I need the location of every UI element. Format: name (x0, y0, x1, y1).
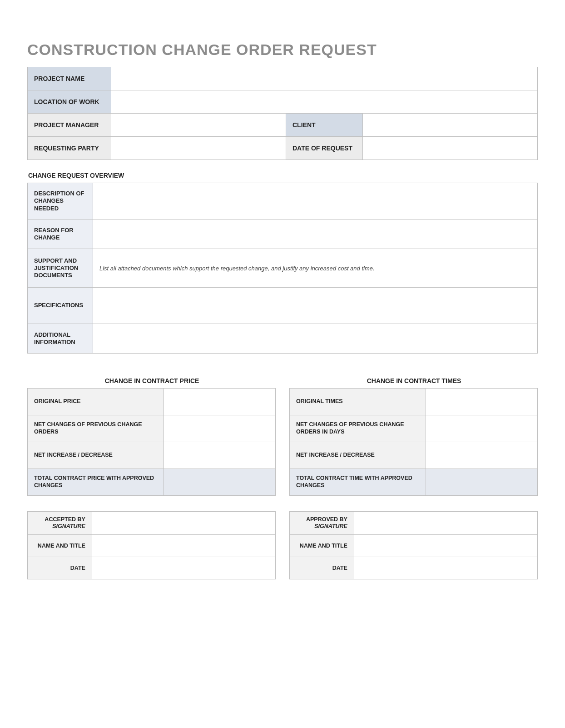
date-of-request-field[interactable] (363, 137, 538, 160)
price-net-inc-field[interactable] (164, 442, 276, 469)
accepted-by-field[interactable] (92, 512, 275, 535)
approved-by-text: APPROVED BY (306, 516, 347, 523)
approved-by-table: APPROVED BY SIGNATURE NAME AND TITLE DAT… (289, 511, 538, 579)
times-net-inc-label: NET INCREASE / DECREASE (290, 442, 426, 469)
project-manager-label: PROJECT MANAGER (28, 114, 111, 137)
page-title: CONSTRUCTION CHANGE ORDER REQUEST (27, 41, 538, 59)
overview-heading: CHANGE REQUEST OVERVIEW (28, 172, 538, 179)
times-total-field[interactable] (426, 469, 538, 496)
reason-field[interactable] (93, 219, 538, 249)
approved-name-field[interactable] (354, 535, 537, 557)
original-times-label: ORIGINAL TIMES (290, 389, 426, 415)
price-heading: CHANGE IN CONTRACT PRICE (28, 377, 276, 384)
price-net-inc-label: NET INCREASE / DECREASE (28, 442, 164, 469)
original-price-field[interactable] (164, 389, 276, 415)
date-of-request-label: DATE OF REQUEST (286, 137, 363, 160)
times-net-prev-field[interactable] (426, 415, 538, 442)
location-label: LOCATION OF WORK (28, 90, 111, 114)
description-label: DESCRIPTION OF CHANGES NEEDED (28, 183, 93, 219)
accepted-by-label: ACCEPTED BY SIGNATURE (28, 512, 92, 535)
accepted-name-field[interactable] (92, 535, 275, 557)
requesting-party-label: REQUESTING PARTY (28, 137, 111, 160)
approved-by-field[interactable] (354, 512, 537, 535)
times-heading: CHANGE IN CONTRACT TIMES (290, 377, 538, 384)
original-price-label: ORIGINAL PRICE (28, 389, 164, 415)
project-name-field[interactable] (111, 67, 538, 90)
project-manager-field[interactable] (111, 114, 286, 137)
reason-label: REASON FOR CHANGE (28, 219, 93, 249)
original-times-field[interactable] (426, 389, 538, 415)
contract-times-table: ORIGINAL TIMES NET CHANGES OF PREVIOUS C… (289, 388, 538, 496)
accepted-date-label: DATE (28, 557, 92, 579)
approved-date-field[interactable] (354, 557, 537, 579)
price-total-field[interactable] (164, 469, 276, 496)
client-field[interactable] (363, 114, 538, 137)
project-info-table: PROJECT NAME LOCATION OF WORK PROJECT MA… (27, 67, 538, 160)
location-field[interactable] (111, 90, 538, 114)
accepted-name-label: NAME AND TITLE (28, 535, 92, 557)
price-net-prev-field[interactable] (164, 415, 276, 442)
project-name-label: PROJECT NAME (28, 67, 111, 90)
accepted-signature-sub: SIGNATURE (52, 523, 85, 529)
accepted-by-table: ACCEPTED BY SIGNATURE NAME AND TITLE DAT… (27, 511, 276, 579)
specifications-field[interactable] (93, 288, 538, 324)
additional-info-field[interactable] (93, 324, 538, 354)
approved-signature-sub: SIGNATURE (314, 523, 347, 529)
document-page: CONSTRUCTION CHANGE ORDER REQUEST PROJEC… (0, 0, 565, 728)
contract-price-table: ORIGINAL PRICE NET CHANGES OF PREVIOUS C… (27, 388, 276, 496)
overview-table: DESCRIPTION OF CHANGES NEEDED REASON FOR… (27, 183, 538, 354)
approved-name-label: NAME AND TITLE (290, 535, 354, 557)
requesting-party-field[interactable] (111, 137, 286, 160)
times-total-label: TOTAL CONTRACT TIME WITH APPROVED CHANGE… (290, 469, 426, 496)
specifications-label: SPECIFICATIONS (28, 288, 93, 324)
approved-date-label: DATE (290, 557, 354, 579)
accepted-date-field[interactable] (92, 557, 275, 579)
price-total-label: TOTAL CONTRACT PRICE WITH APPROVED CHANG… (28, 469, 164, 496)
times-net-prev-label: NET CHANGES OF PREVIOUS CHANGE ORDERS IN… (290, 415, 426, 442)
price-net-prev-label: NET CHANGES OF PREVIOUS CHANGE ORDERS (28, 415, 164, 442)
description-field[interactable] (93, 183, 538, 219)
support-docs-label: SUPPORT AND JUSTIFICATION DOCUMENTS (28, 249, 93, 288)
client-label: CLIENT (286, 114, 363, 137)
support-docs-field[interactable]: List all attached documents which suppor… (93, 249, 538, 288)
times-net-inc-field[interactable] (426, 442, 538, 469)
approved-by-label: APPROVED BY SIGNATURE (290, 512, 354, 535)
accepted-by-text: ACCEPTED BY (45, 516, 85, 523)
additional-info-label: ADDITIONAL INFORMATION (28, 324, 93, 354)
